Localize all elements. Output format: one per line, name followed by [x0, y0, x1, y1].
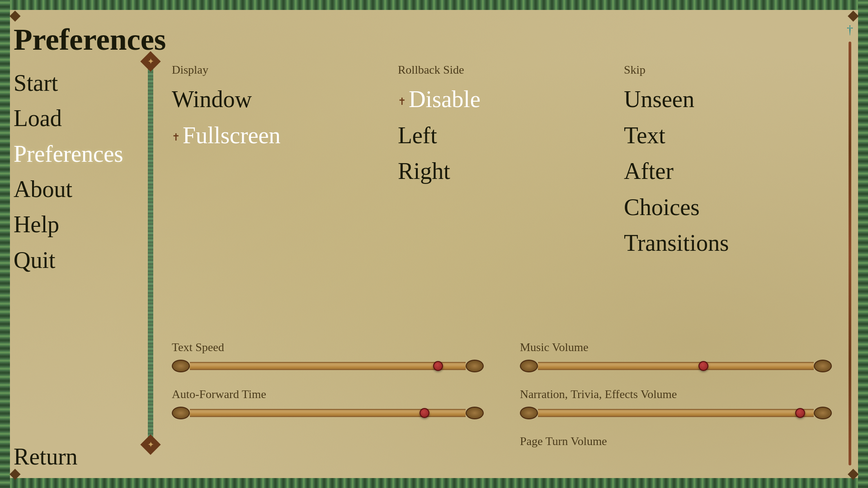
scroll-left-cap: [520, 407, 538, 419]
settings-grid: Display Window ✝Fullscreen Rollback Side…: [163, 63, 841, 261]
music-volume-label: Music Volume: [520, 341, 832, 354]
sidebar-item-preferences[interactable]: Preferences: [14, 136, 140, 172]
page-turn-group: Page Turn Volume: [520, 435, 832, 452]
narration-volume-track[interactable]: [520, 405, 832, 421]
scroll-left-cap: [172, 407, 190, 419]
option-window[interactable]: Window: [172, 81, 380, 117]
main-content: Display Window ✝Fullscreen Rollback Side…: [163, 14, 841, 474]
text-speed-scroll: [172, 360, 484, 372]
text-speed-group: Text Speed: [172, 341, 484, 374]
vertical-divider: [144, 54, 157, 452]
option-unseen[interactable]: Unseen: [624, 81, 832, 117]
option-disable[interactable]: ✝Disable: [398, 81, 606, 117]
selector-arrow-disable: ✝: [398, 96, 406, 107]
sidebar-item-about[interactable]: About: [14, 172, 140, 207]
skip-column: Skip Unseen Text After Choices Transitio…: [615, 63, 841, 261]
corner-decoration-br: ◆: [842, 462, 864, 484]
text-speed-label: Text Speed: [172, 341, 484, 354]
sliders-section: Text Speed Music Volume: [163, 341, 841, 452]
scroll-body: [538, 409, 814, 417]
page-title: Preferences: [14, 23, 140, 56]
music-volume-track[interactable]: [520, 358, 832, 374]
option-transitions[interactable]: Transitions: [624, 225, 832, 261]
option-fullscreen[interactable]: ✝Fullscreen: [172, 117, 380, 154]
scroll-left-cap: [172, 360, 190, 372]
option-text[interactable]: Text: [624, 117, 832, 154]
text-speed-thumb[interactable]: [433, 361, 443, 371]
option-after[interactable]: After: [624, 153, 832, 189]
border-bottom: [0, 478, 868, 488]
border-top: [0, 0, 868, 10]
auto-forward-scroll: [172, 407, 484, 419]
sidebar-item-load[interactable]: Load: [14, 101, 140, 136]
border-right: [858, 0, 868, 488]
scroll-right-line: [849, 42, 851, 465]
scroll-left-cap: [520, 360, 538, 372]
music-volume-scroll: [520, 360, 832, 372]
auto-forward-group: Auto-Forward Time: [172, 388, 484, 421]
divider-line: [148, 69, 153, 437]
scroll-right-cap: [814, 407, 832, 419]
scroll-right-cap: [466, 360, 484, 372]
corner-decoration-tl: ◆: [4, 4, 26, 26]
skip-label: Skip: [624, 63, 832, 77]
music-volume-thumb[interactable]: [698, 361, 708, 371]
rollback-column: Rollback Side ✝Disable Left Right: [389, 63, 615, 261]
scroll-right-cap: [466, 407, 484, 419]
scroll-body: [190, 362, 466, 370]
scroll-body: [538, 362, 814, 370]
option-right[interactable]: Right: [398, 153, 606, 189]
auto-forward-label: Auto-Forward Time: [172, 388, 484, 401]
border-left: [0, 0, 10, 488]
left-nav: Preferences Start Load Preferences About…: [14, 14, 140, 474]
selector-arrow-fullscreen: ✝: [172, 131, 180, 143]
sidebar-item-help[interactable]: Help: [14, 207, 140, 242]
music-volume-group: Music Volume: [520, 341, 832, 374]
rollback-label: Rollback Side: [398, 63, 606, 77]
display-column: Display Window ✝Fullscreen: [163, 63, 389, 261]
narration-volume-scroll: [520, 407, 832, 419]
scroll-body: [190, 409, 466, 417]
narration-volume-group: Narration, Trivia, Effects Volume: [520, 388, 832, 421]
text-speed-track[interactable]: [172, 358, 484, 374]
option-choices[interactable]: Choices: [624, 189, 832, 225]
sidebar-item-start[interactable]: Start: [14, 66, 140, 101]
scroll-right-cap: [814, 360, 832, 372]
narration-volume-label: Narration, Trivia, Effects Volume: [520, 388, 832, 401]
corner-decoration-bl: ◆: [4, 462, 26, 484]
corner-decoration-tr: ◆: [842, 4, 864, 26]
narration-volume-thumb[interactable]: [795, 408, 805, 418]
auto-forward-track[interactable]: [172, 405, 484, 421]
auto-forward-thumb[interactable]: [420, 408, 429, 418]
scroll-right-decoration: [845, 23, 854, 465]
display-label: Display: [172, 63, 380, 77]
sidebar-item-return[interactable]: Return: [14, 439, 140, 474]
sidebar-item-quit[interactable]: Quit: [14, 243, 140, 278]
page-turn-label: Page Turn Volume: [520, 435, 832, 448]
option-left[interactable]: Left: [398, 117, 606, 154]
